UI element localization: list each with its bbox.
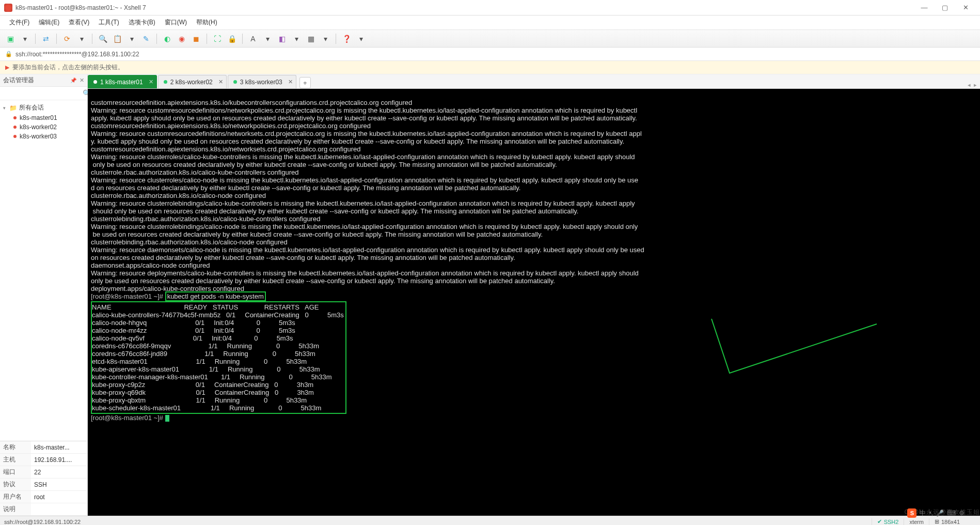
prop-host-label: 主机: [0, 454, 31, 466]
ime-mic-icon[interactable]: 🎤: [936, 509, 944, 517]
tab-next-icon[interactable]: ▸: [974, 82, 977, 88]
status-ssh: ✔ SSH2: [872, 518, 904, 525]
new-session-icon[interactable]: ▣: [4, 33, 17, 45]
checkmark-annotation: [706, 316, 882, 383]
open-session-icon[interactable]: ▾: [19, 33, 31, 45]
layout-icon[interactable]: ▦: [305, 33, 317, 45]
session-icon: [13, 116, 17, 119]
toolbar: ▣ ▾ ⇄ ⟳ ▾ 🔍 📋 ▾ ✎ ◐ ◉ ◼ ⛶ 🔒 A ▾ ◧ ▾ ▦ ▾ …: [0, 30, 980, 48]
minimize-button[interactable]: —: [914, 2, 935, 14]
toolbar-separator: [56, 34, 57, 44]
prop-user-value: root: [31, 491, 87, 503]
address-text[interactable]: ssh://root:****************@192.168.91.1…: [15, 51, 139, 58]
session-item[interactable]: k8s-worker02: [1, 122, 86, 132]
tab-master01[interactable]: 1 k8s-master01 ✕: [88, 75, 157, 88]
toolbar-separator: [207, 34, 207, 44]
tab-prev-icon[interactable]: ◂: [968, 82, 971, 88]
ime-keyboard-icon[interactable]: ⌨: [947, 509, 956, 517]
menu-file[interactable]: 文件(F): [5, 16, 34, 29]
toolbar-separator: [336, 34, 336, 44]
color-icon[interactable]: ▾: [261, 33, 274, 45]
hint-bar: ▶ 要添加当前会话，点击左侧的箭头按钮。: [0, 61, 980, 74]
status-size: ⊞ 186x41: [929, 518, 965, 525]
tab-close-icon[interactable]: ✕: [149, 79, 153, 85]
ime-settings-icon[interactable]: ⚙: [959, 509, 965, 517]
address-bar: 🔒 ssh://root:****************@192.168.91…: [0, 48, 980, 61]
stop-record-icon[interactable]: ◼: [190, 33, 202, 45]
shell-prompt: [root@k8s-master01 ~]#: [91, 292, 165, 300]
sidebar-close-icon[interactable]: ✕: [80, 77, 84, 84]
tab-nav: ◂ ▸: [968, 82, 977, 88]
disconnect-icon[interactable]: ▾: [75, 33, 88, 45]
collapse-icon[interactable]: ▾: [3, 105, 9, 111]
transfer-icon[interactable]: ⇄: [40, 33, 52, 45]
menu-tab[interactable]: 选项卡(B): [124, 16, 160, 29]
tab-bar: 1 k8s-master01 ✕ 2 k8s-worker02 ✕ 3 k8s-…: [88, 74, 980, 89]
menu-help[interactable]: 帮助(H): [192, 16, 222, 29]
tab-worker02[interactable]: 2 k8s-worker02 ✕: [158, 75, 227, 88]
session-icon: [13, 135, 17, 138]
status-bar: ssh://root@192.168.91.100:22 ✔ SSH2 xter…: [0, 516, 980, 525]
tab-close-icon[interactable]: ✕: [288, 79, 293, 85]
table-header-row: NAME READY STATUS RESTARTS AGE: [92, 303, 323, 311]
session-label: k8s-worker03: [20, 133, 57, 140]
menu-window[interactable]: 窗口(W): [161, 16, 191, 29]
ime-punct[interactable]: •,: [929, 509, 933, 517]
font-icon[interactable]: A: [247, 33, 259, 45]
reconnect-icon[interactable]: ⟳: [61, 33, 73, 45]
prop-proto-label: 协议: [0, 478, 31, 491]
pin-icon[interactable]: 📌: [70, 78, 76, 83]
status-term: xterm: [904, 519, 929, 525]
session-icon: [13, 126, 17, 129]
sogou-icon[interactable]: S: [907, 508, 916, 518]
help-icon[interactable]: ❓: [340, 33, 353, 45]
session-properties: 名称k8s-master... 主机192.168.91.... 端口22 协议…: [0, 441, 87, 516]
record-icon[interactable]: ◉: [176, 33, 188, 45]
about-icon[interactable]: ▾: [355, 33, 367, 45]
xftp-icon[interactable]: ◐: [161, 33, 173, 45]
shell-prompt: [root@k8s-master01 ~]#: [91, 414, 165, 422]
menu-tools[interactable]: 工具(T): [94, 16, 123, 29]
status-connection: ssh://root@192.168.91.100:22: [4, 519, 81, 525]
command-highlight: kubectl get pods -n kube-system: [165, 291, 266, 301]
search-input[interactable]: [3, 89, 83, 98]
tab-status-icon: [164, 80, 167, 84]
session-item[interactable]: k8s-master01: [1, 113, 86, 122]
toolbar-separator: [92, 34, 92, 44]
paste-icon[interactable]: ▾: [125, 33, 138, 45]
lock-icon[interactable]: 🔒: [226, 33, 238, 45]
menu-edit[interactable]: 编辑(E): [35, 16, 64, 29]
menu-view[interactable]: 查看(V): [65, 16, 93, 29]
terminal[interactable]: customresourcedefinition.apiextensions.k…: [88, 89, 980, 516]
palette-icon[interactable]: ◧: [276, 33, 288, 45]
sidebar-title: 会话管理器: [3, 76, 34, 85]
prop-name-label: 名称: [0, 441, 31, 454]
session-label: k8s-master01: [20, 114, 57, 121]
tab-label: 1 k8s-master01: [100, 79, 143, 86]
tab-status-icon: [233, 80, 237, 84]
folder-icon: 📁: [9, 104, 17, 112]
copy-icon[interactable]: 📋: [111, 33, 123, 45]
sidebar-header: 会话管理器 📌 ✕: [0, 74, 87, 87]
fullscreen-icon[interactable]: ⛶: [211, 33, 224, 45]
folder-all-sessions[interactable]: ▾ 📁 所有会话: [1, 102, 86, 113]
ime-lang[interactable]: 中: [920, 509, 926, 518]
layout-dd-icon[interactable]: ▾: [319, 33, 331, 45]
prop-port-value: 22: [31, 466, 87, 478]
tab-worker03[interactable]: 3 k8s-worker03 ✕: [228, 75, 296, 88]
palette-dd-icon[interactable]: ▾: [290, 33, 303, 45]
tab-close-icon[interactable]: ✕: [218, 79, 223, 85]
search-icon[interactable]: 🔍: [97, 33, 109, 45]
close-button[interactable]: ✕: [955, 2, 976, 14]
session-item[interactable]: k8s-worker03: [1, 132, 86, 141]
maximize-button[interactable]: ▢: [935, 2, 955, 14]
prop-user-label: 用户名: [0, 491, 31, 503]
session-label: k8s-worker02: [20, 123, 57, 131]
prop-proto-value: SSH: [31, 478, 87, 491]
content-area: 1 k8s-master01 ✕ 2 k8s-worker02 ✕ 3 k8s-…: [88, 74, 980, 516]
prop-name-value: k8s-master...: [31, 441, 87, 454]
session-manager-panel: 会话管理器 📌 ✕ 🔍 ▾ 📁 所有会话 k8s-master01 k8s-wo…: [0, 74, 88, 516]
highlight-icon[interactable]: ✎: [140, 33, 152, 45]
add-tab-button[interactable]: +: [299, 77, 311, 88]
prop-desc-value: [31, 503, 87, 516]
